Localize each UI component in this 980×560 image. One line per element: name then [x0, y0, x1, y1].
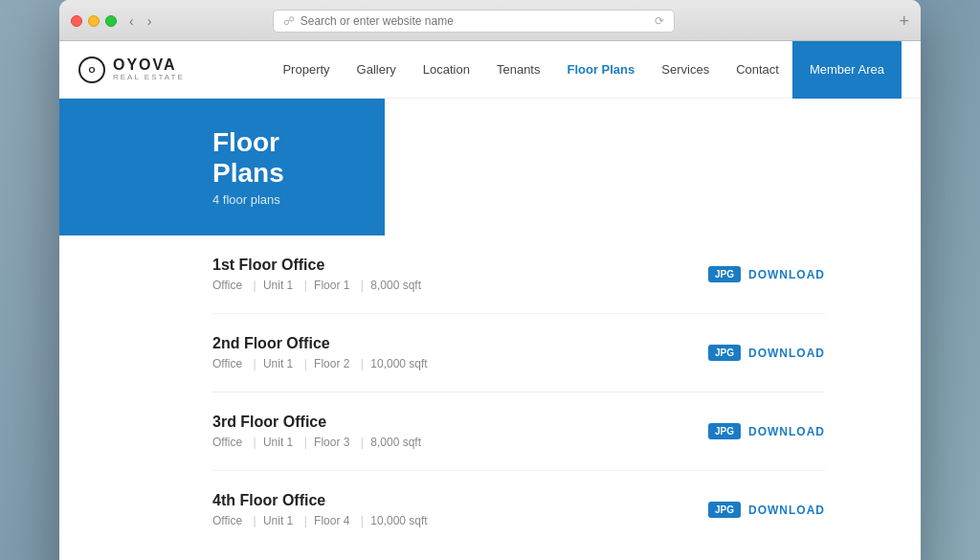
floor-info: 4th Floor Office Office | Unit 1 | Floor…: [212, 492, 432, 527]
navbar: O OYOVA REAL ESTATE Property Gallery Loc…: [59, 41, 921, 99]
page-content: O OYOVA REAL ESTATE Property Gallery Loc…: [59, 41, 921, 560]
main-content: 1st Floor Office Office | Unit 1 | Floor…: [59, 235, 921, 560]
floor-item: 3rd Floor Office Office | Unit 1 | Floor…: [212, 392, 825, 471]
logo-subtitle: REAL ESTATE: [113, 74, 185, 82]
forward-button[interactable]: ›: [143, 11, 157, 31]
hero-title: Floor Plans: [212, 127, 346, 189]
floor-meta: Office | Unit 1 | Floor 4 | 10,000 sqft: [212, 514, 432, 527]
jpg-badge: JPG: [708, 266, 741, 282]
download-area: JPG DOWNLOAD: [708, 423, 825, 439]
download-area: JPG DOWNLOAD: [708, 266, 825, 282]
floor-name: 4th Floor Office: [212, 492, 432, 509]
logo-icon: O: [78, 56, 105, 83]
jpg-badge: JPG: [708, 423, 741, 439]
browser-chrome: ‹ › ☍ ⟳ +: [59, 0, 921, 41]
logo-text: OYOVA REAL ESTATE: [113, 56, 185, 81]
jpg-badge: JPG: [708, 345, 741, 361]
floor-item: 2nd Floor Office Office | Unit 1 | Floor…: [212, 314, 825, 392]
nav-item-services[interactable]: Services: [648, 41, 723, 99]
download-button[interactable]: DOWNLOAD: [748, 268, 825, 281]
reload-icon[interactable]: ⟳: [655, 14, 664, 28]
address-bar[interactable]: ☍ ⟳: [273, 10, 675, 33]
nav-item-contact[interactable]: Contact: [723, 41, 792, 99]
download-button[interactable]: DOWNLOAD: [748, 425, 825, 438]
nav-item-member-area[interactable]: Member Area: [792, 41, 902, 99]
nav-item-location[interactable]: Location: [410, 41, 483, 99]
new-tab-button[interactable]: +: [899, 11, 909, 32]
floor-meta: Office | Unit 1 | Floor 1 | 8,000 sqft: [212, 279, 425, 292]
floor-item: 1st Floor Office Office | Unit 1 | Floor…: [212, 235, 825, 314]
logo-name: OYOVA: [113, 56, 185, 74]
nav-item-property[interactable]: Property: [269, 41, 343, 99]
minimize-button[interactable]: [88, 15, 100, 27]
address-input[interactable]: [301, 14, 649, 28]
hero-subtitle: 4 floor plans: [212, 192, 346, 207]
close-button[interactable]: [71, 15, 82, 27]
download-button[interactable]: DOWNLOAD: [748, 504, 825, 517]
traffic-lights: [71, 15, 117, 27]
nav-item-tenants[interactable]: Tenants: [483, 41, 554, 99]
floor-name: 3rd Floor Office: [212, 414, 425, 431]
floor-info: 2nd Floor Office Office | Unit 1 | Floor…: [212, 335, 432, 370]
floor-meta: Office | Unit 1 | Floor 2 | 10,000 sqft: [212, 357, 432, 370]
back-button[interactable]: ‹: [124, 11, 139, 31]
download-area: JPG DOWNLOAD: [708, 502, 825, 518]
jpg-badge: JPG: [708, 502, 741, 518]
download-button[interactable]: DOWNLOAD: [748, 347, 825, 360]
nav-item-gallery[interactable]: Gallery: [344, 41, 410, 99]
floor-list: 1st Floor Office Office | Unit 1 | Floor…: [212, 235, 825, 549]
browser-window: ‹ › ☍ ⟳ + O OYOVA REAL ESTATE Property G…: [59, 0, 921, 560]
floor-name: 2nd Floor Office: [212, 335, 432, 352]
maximize-button[interactable]: [105, 15, 117, 27]
nav-item-floor-plans[interactable]: Floor Plans: [553, 41, 648, 99]
floor-meta: Office | Unit 1 | Floor 3 | 8,000 sqft: [212, 436, 425, 449]
floor-item: 4th Floor Office Office | Unit 1 | Floor…: [212, 471, 825, 549]
nav-links: Property Gallery Location Tenants Floor …: [269, 41, 902, 99]
logo-area: O OYOVA REAL ESTATE: [78, 56, 185, 83]
nav-buttons: ‹ ›: [124, 11, 156, 31]
floor-info: 3rd Floor Office Office | Unit 1 | Floor…: [212, 414, 425, 449]
floor-name: 1st Floor Office: [212, 257, 425, 274]
hero-banner: Floor Plans 4 floor plans: [59, 99, 385, 235]
search-icon: ☍: [283, 14, 295, 28]
download-area: JPG DOWNLOAD: [708, 345, 825, 361]
floor-info: 1st Floor Office Office | Unit 1 | Floor…: [212, 257, 425, 292]
